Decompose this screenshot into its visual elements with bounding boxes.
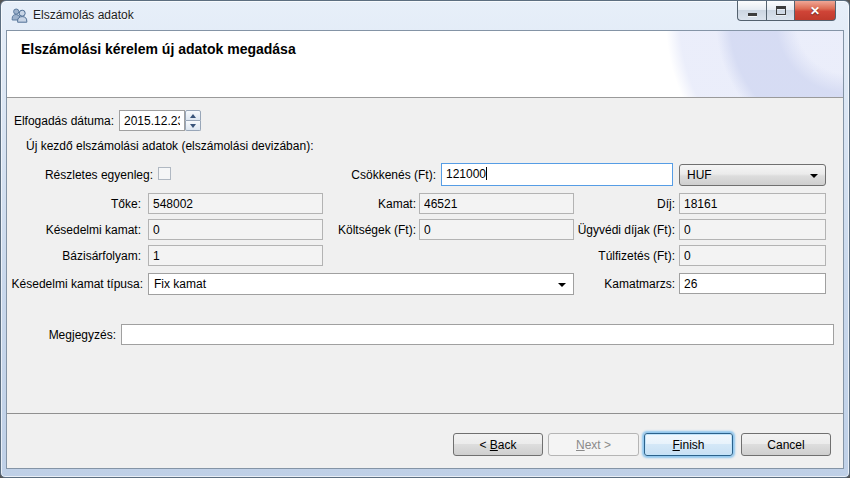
chevron-down-icon [810,174,818,178]
kesedelmi-tipus-value: Fix kamat [154,277,206,291]
kesedelmi-kamat-label: Késedelmi kamat: [7,223,141,237]
reszletes-label: Részletes egyenleg: [7,168,153,182]
reszletes-checkbox[interactable] [158,167,171,180]
next-label-mnemonic: N [576,438,585,452]
finish-label-mnemonic: F [672,438,679,452]
close-button[interactable]: ✕ [795,1,836,21]
kamat-label: Kamat: [296,197,416,211]
minimize-button[interactable] [737,1,766,21]
kesedelmi-tipus-combobox[interactable]: Fix kamat [148,273,574,295]
page-title: Elszámolási kérelem új adatok megadása [21,41,296,57]
client-area: Elszámolási kérelem új adatok megadása E… [6,30,844,469]
chevron-up-icon [190,114,196,118]
section-label: Új kezdő elszámolási adatok (elszámolási… [26,139,313,153]
wizard-banner: Elszámolási kérelem új adatok megadása [7,31,843,98]
elfogadas-label: Elfogadás dátuma: [7,114,114,128]
finish-label-post: inish [680,438,705,452]
finish-button[interactable]: Finish [644,433,733,456]
minimize-icon [748,13,757,16]
currency-value: HUF [687,168,712,182]
megjegyzes-label: Megjegyzés: [7,328,116,342]
kamatmarzs-label: Kamatmarzs: [555,277,675,291]
currency-combobox[interactable]: HUF [679,164,826,186]
maximize-icon [776,6,786,15]
back-button[interactable]: < Back [453,433,543,456]
chevron-down-icon [190,124,196,128]
koltsegek-field[interactable] [419,219,574,240]
csokkenes-input[interactable]: 121000 [441,163,673,186]
spinner-up-button[interactable] [185,110,201,121]
koltsegek-label: Költségek (Ft): [296,223,416,237]
kamatmarzs-input[interactable] [679,273,826,294]
toke-label: Tőke: [7,197,141,211]
back-label-mnemonic: B [490,438,498,452]
ugyvedi-field[interactable] [679,219,826,240]
titlebar[interactable]: Elszámolás adatok ✕ [1,1,849,30]
tulfizetes-field[interactable] [679,245,826,266]
next-label-post: ext > [585,438,611,452]
cancel-button[interactable]: Cancel [741,433,831,456]
elfogadas-date-input[interactable] [119,110,185,131]
ugyvedi-label: Ügyvédi díjak (Ft): [555,223,675,237]
form-area: Elfogadás dátuma: Új kezdő elszámolási a… [7,98,843,413]
megjegyzes-input[interactable] [121,324,834,345]
back-label-post: ack [498,438,517,452]
csokkenes-label: Csökkenés (Ft): [316,168,436,182]
kamat-field[interactable] [419,193,574,214]
wizard-window: Elszámolás adatok ✕ Elszámolási kérelem … [0,0,850,478]
button-bar: < Back Next > Finish Cancel [7,413,843,468]
csokkenes-value: 121000 [446,167,486,181]
banner-decoration [593,31,843,98]
kesedelmi-tipus-label: Késedelmi kamat típusa: [7,277,143,291]
dij-field[interactable] [679,193,826,214]
people-icon [11,7,28,24]
window-title: Elszámolás adatok [33,8,134,22]
next-button[interactable]: Next > [548,433,639,456]
tulfizetes-label: Túlfizetés (Ft): [555,249,675,263]
date-spinner [185,110,201,131]
dij-label: Díj: [555,197,675,211]
maximize-button[interactable] [766,1,795,21]
spinner-down-button[interactable] [185,121,201,131]
cancel-label-post: Cancel [767,438,804,452]
bazisarfolyam-field[interactable] [148,245,323,266]
close-icon: ✕ [810,5,820,17]
text-caret [486,167,487,180]
bazisarfolyam-label: Bázisárfolyam: [7,249,141,263]
back-label-pre: < [479,438,489,452]
